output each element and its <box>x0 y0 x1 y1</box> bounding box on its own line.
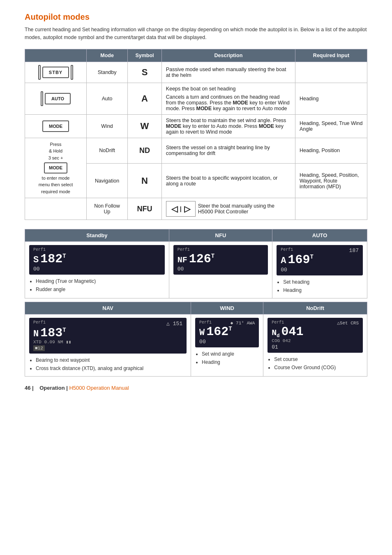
bullet-auto-2: Heading <box>283 286 363 294</box>
desc-nodrift: Steers the vessel on a straight bearing … <box>161 138 295 164</box>
page-number: 46 | <box>25 385 34 391</box>
xtd-nav: XTD 0.09 NM ▮▮ <box>33 339 182 345</box>
icon-cell-wind: MODE <box>25 114 87 138</box>
value-standby: S182T <box>33 253 161 265</box>
panel-nodrift: Perf1 △Set CRS Nd041 COG 042 01 <box>267 318 363 353</box>
symbol-navigation: N <box>128 164 162 198</box>
page-footer: 46 | Operation | H5000 Operation Manual <box>25 385 367 391</box>
table-row-wind: MODE Wind W Steers the boat to maintain … <box>25 114 367 138</box>
bullet-standby-1: Heading (True or Magnetic) <box>36 277 165 285</box>
display-cell-wind: Perf1 ◆ 71° AWA W162T 00 Set wind angle … <box>191 314 263 376</box>
panel-nfu: Perf1 NF126T 00 <box>173 245 268 275</box>
icon-cell-nfu <box>25 198 87 220</box>
perf-nodrift: Perf1 <box>272 320 284 325</box>
panel-nav: Perf1 △ 151 N183T XTD 0.09 NM ▮▮ ■12 <box>29 318 187 354</box>
symbol-auto: A <box>128 83 162 114</box>
display-header-auto: AUTO <box>272 229 367 242</box>
value-nav: N183T <box>33 327 182 339</box>
set-heading-auto: 187 <box>349 247 359 254</box>
bullets-wind: Set wind angle Heading <box>195 350 259 367</box>
req-wind: Heading, Speed, True Wind Angle <box>295 114 367 138</box>
perf-standby: Perf1 <box>33 247 161 252</box>
panel-auto: Perf1 187 A169T 00 <box>277 245 363 275</box>
display-panels-row1: Perf1 S182T 00 Heading (True or Magnetic… <box>25 242 367 298</box>
bullet-nav-2: Cross track distance (XTD), analog and g… <box>36 364 187 372</box>
icon-cell-auto: AUTO <box>25 83 87 114</box>
panel-standby: Perf1 S182T 00 <box>29 245 165 275</box>
display-panels-row2: Perf1 △ 151 N183T XTD 0.09 NM ▮▮ ■12 Bea… <box>25 314 367 376</box>
col-header-required: Required Input <box>295 49 367 62</box>
perf-wind: Perf1 <box>199 320 212 325</box>
symbol-nfu: NFU <box>128 198 162 220</box>
table-row-nfu: Non Follow Up NFU ◁|▷ Steer the boat man… <box>25 198 367 220</box>
icon-cell-stby: STBY <box>25 62 87 83</box>
bullet-wind-2: Heading <box>202 358 259 366</box>
desc-wind: Steers the boat to maintain the set wind… <box>161 114 295 138</box>
mode-navigation: Navigation <box>87 164 128 198</box>
sub-auto: 00 <box>281 267 359 273</box>
mode-icon: MODE <box>42 120 69 132</box>
display-header-nodrift: NoDrift <box>263 302 367 314</box>
bullet-standby-2: Rudder angle <box>36 285 165 294</box>
perf-nav: Perf1 <box>33 320 46 325</box>
col-header-mode: Mode <box>87 49 128 62</box>
mode-auto: Auto <box>87 83 128 114</box>
display-cell-standby: Perf1 S182T 00 Heading (True or Magnetic… <box>25 242 169 298</box>
sub-nfu: 00 <box>178 266 264 272</box>
display-cell-nfu: Perf1 NF126T 00 <box>169 242 272 298</box>
bullet-nav-1: Bearing to next waypoint <box>36 356 187 364</box>
display-table-top: Standby NFU AUTO Perf1 S182T 00 Heading … <box>25 229 367 298</box>
value-auto: A169T <box>281 254 359 266</box>
footer-link[interactable]: H5000 Operation Manual <box>69 385 129 391</box>
bullets-nodrift: Set course Course Over Ground (COG) <box>267 355 363 372</box>
bullets-auto: Set heading Heading <box>277 278 363 295</box>
perf-auto: Perf1 <box>281 247 293 252</box>
perf-nfu: Perf1 <box>178 247 264 252</box>
bullets-standby: Heading (True or Magnetic) Rudder angle <box>29 277 165 294</box>
req-navigation: Heading, Speed, Position, Waypoint, Rout… <box>295 164 367 198</box>
display-header-standby: Standby <box>25 229 169 242</box>
symbol-standby: S <box>128 62 162 83</box>
table-row-auto: AUTO Auto A Keeps the boat on set headin… <box>25 83 367 114</box>
req-standby <box>295 62 367 83</box>
nfu-desc-text: Steer the boat manually using the H5000 … <box>198 203 291 215</box>
sub-nodrift: 01 <box>272 344 359 350</box>
col-header-description: Description <box>161 49 295 62</box>
bullets-nav: Bearing to next waypoint Cross track dis… <box>29 356 187 373</box>
bullet-wind-1: Set wind angle <box>202 350 259 358</box>
press-hold-text: Press& Hold3 sec + MODE to enter modemen… <box>29 141 82 195</box>
display-table-bottom: NAV WIND NoDrift Perf1 △ 151 N183T XTD 0… <box>25 302 367 377</box>
icon-cell-nodrift: Press& Hold3 sec + MODE to enter modemen… <box>25 138 87 198</box>
desc-navigation: Steers the boat to a specific waypoint l… <box>161 164 295 198</box>
page-title: Autopilot modes <box>25 12 367 22</box>
wind-awa: ◆ 71° AWA <box>231 320 255 326</box>
intro-text: The current heading and Set heading info… <box>25 26 367 42</box>
req-nfu <box>295 198 367 220</box>
symbol-wind: W <box>128 114 162 138</box>
cog-nodrift: COG 042 <box>272 338 359 343</box>
display-cell-nodrift: Perf1 △Set CRS Nd041 COG 042 01 Set cour… <box>263 314 367 376</box>
value-nfu: NF126T <box>178 253 264 265</box>
panel-wind: Perf1 ◆ 71° AWA W162T 00 <box>195 318 259 347</box>
col-header-symbol: Symbol <box>128 49 162 62</box>
value-wind: W162T <box>199 326 255 338</box>
desc-nfu: ◁|▷ Steer the boat manually using the H5… <box>161 198 295 220</box>
footer-text: Operation | <box>39 385 69 391</box>
mode-standby: Standby <box>87 62 128 83</box>
display-header-wind: WIND <box>191 302 263 314</box>
bullet-auto-1: Set heading <box>283 278 363 286</box>
display-cell-nav: Perf1 △ 151 N183T XTD 0.09 NM ▮▮ ■12 Bea… <box>25 314 191 376</box>
nav-12: ■12 <box>33 345 45 351</box>
table-row-nodrift: Press& Hold3 sec + MODE to enter modemen… <box>25 138 367 164</box>
symbol-nodrift: ND <box>128 138 162 164</box>
nfu-controller-symbol: ◁|▷ <box>166 201 196 217</box>
nodrift-setcrs: △Set CRS <box>337 320 359 326</box>
auto-icon: AUTO <box>45 93 71 104</box>
req-nodrift: Heading, Position <box>295 138 367 164</box>
mode-nfu: Non Follow Up <box>87 198 128 220</box>
mode-wind: Wind <box>87 114 128 138</box>
stby-icon: STBY <box>42 67 69 78</box>
modes-table: Mode Symbol Description Required Input S… <box>25 49 367 220</box>
display-header-nav: NAV <box>25 302 191 314</box>
sub-wind: 00 <box>199 339 255 345</box>
